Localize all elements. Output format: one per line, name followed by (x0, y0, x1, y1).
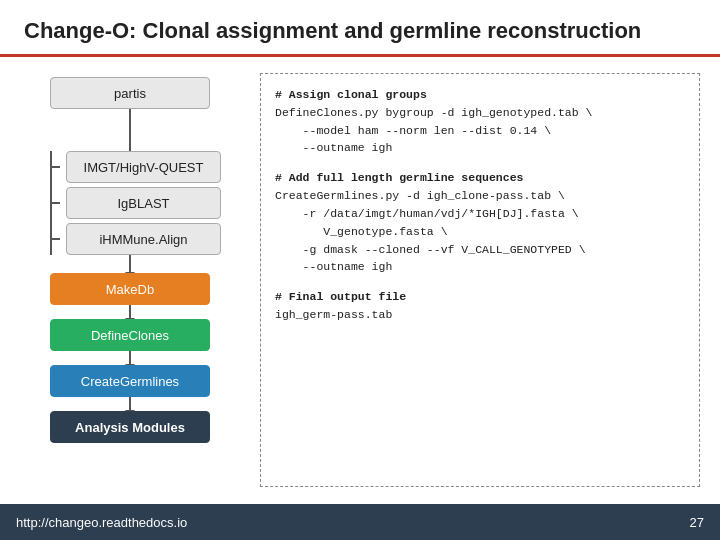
code-line: --outname igh (275, 258, 685, 276)
arrow-2 (129, 351, 131, 365)
code-section-1: # Assign clonal groups DefineClones.py b… (275, 86, 685, 157)
box-igblast: IgBLAST (66, 187, 221, 219)
code-line: CreateGermlines.py -d igh_clone-pass.tab… (275, 187, 685, 205)
code-section-2: # Add full length germline sequences Cre… (275, 169, 685, 276)
box-partis: partis (50, 77, 210, 109)
box-defineclones: DefineClones (50, 319, 210, 351)
code-line: -g dmask --cloned --vf V_CALL_GENOTYPED … (275, 241, 685, 259)
code-block: # Assign clonal groups DefineClones.py b… (260, 73, 700, 487)
code-line: igh_germ-pass.tab (275, 306, 685, 324)
code-line: V_genotype.fasta \ (275, 223, 685, 241)
footer-url: http://changeo.readthedocs.io (16, 515, 187, 530)
slide-header: Change-O: Clonal assignment and germline… (0, 0, 720, 57)
footer: http://changeo.readthedocs.io 27 (0, 504, 720, 540)
box-analysis: Analysis Modules (50, 411, 210, 443)
box-makedb: MakeDb (50, 273, 210, 305)
arrow-1 (129, 305, 131, 319)
box-ihmm: iHMMune.Align (66, 223, 221, 255)
code-line: --outname igh (275, 139, 685, 157)
code-line: -r /data/imgt/human/vdj/*IGH[DJ].fasta \ (275, 205, 685, 223)
code-comment-2: # Add full length germline sequences (275, 169, 685, 187)
code-comment-1: # Assign clonal groups (275, 86, 685, 104)
box-creategermlines: CreateGermlines (50, 365, 210, 397)
slide-title: Change-O: Clonal assignment and germline… (24, 18, 696, 44)
code-line: --model ham --norm len --dist 0.14 \ (275, 122, 685, 140)
code-comment-3: # Final output file (275, 288, 685, 306)
footer-page-number: 27 (690, 515, 704, 530)
code-line: DefineClones.py bygroup -d igh_genotyped… (275, 104, 685, 122)
arrow-3 (129, 397, 131, 411)
flow-diagram: partis IMGT/HighV-QUEST IgBLAST (20, 73, 240, 487)
code-section-3: # Final output file igh_germ-pass.tab (275, 288, 685, 324)
box-imgt: IMGT/HighV-QUEST (66, 151, 221, 183)
main-content: partis IMGT/HighV-QUEST IgBLAST (0, 57, 720, 503)
